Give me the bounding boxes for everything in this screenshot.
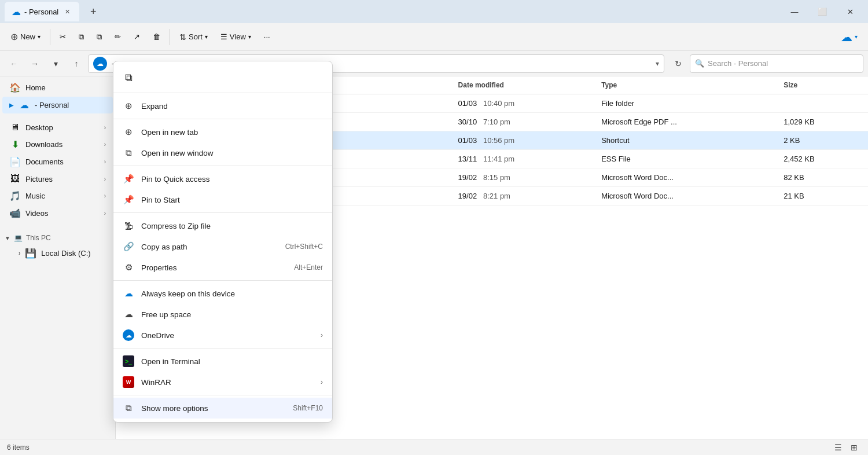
ctx-onedrive[interactable]: ☁ OneDrive ›	[113, 325, 332, 346]
context-menu: ⧉ ⊕ Expand ⊕ Open in new tab ⧉ Open in n…	[113, 61, 333, 423]
ctx-properties-label: Properties	[141, 263, 177, 272]
ctx-copy-path[interactable]: 🔗 Copy as path Ctrl+Shift+C	[113, 236, 332, 257]
ctx-pin-start-label: Pin to Start	[141, 196, 180, 204]
ctx-open-new-tab-label: Open in new tab	[141, 128, 198, 137]
ctx-show-more-shortcut: Shift+F10	[293, 404, 323, 412]
open-window-icon: ⧉	[123, 147, 134, 159]
ctx-pin-start[interactable]: 📌 Pin to Start	[113, 189, 332, 210]
ctx-show-more-label: Show more options	[141, 404, 208, 413]
open-tab-icon: ⊕	[123, 126, 134, 138]
context-menu-overlay[interactable]: ⧉ ⊕ Expand ⊕ Open in new tab ⧉ Open in n…	[0, 0, 868, 455]
ctx-winrar-label: WinRAR	[141, 378, 171, 387]
ctx-open-new-window-label: Open in new window	[141, 149, 214, 157]
ctx-pin-quick-access[interactable]: 📌 Pin to Quick access	[113, 168, 332, 189]
ctx-properties-shortcut: Alt+Enter	[294, 263, 323, 271]
ctx-open-new-window[interactable]: ⧉ Open in new window	[113, 142, 332, 163]
ctx-onedrive-label: OneDrive	[141, 331, 174, 340]
ctx-sep-1	[113, 119, 332, 119]
ctx-sep-3	[113, 212, 332, 213]
ctx-copy-icon-button[interactable]: ⧉	[118, 67, 139, 88]
properties-icon: ⚙	[123, 262, 134, 273]
copy-path-icon: 🔗	[123, 241, 134, 252]
onedrive-submenu-arrow: ›	[321, 331, 323, 339]
show-more-icon: ⧉	[123, 402, 134, 414]
ctx-always-keep-label: Always keep on this device	[141, 289, 235, 298]
ctx-open-new-tab[interactable]: ⊕ Open in new tab	[113, 122, 332, 142]
pin-start-icon: 📌	[123, 194, 134, 206]
ctx-compress-zip-label: Compress to Zip file	[141, 222, 211, 230]
ctx-copy-path-shortcut: Ctrl+Shift+C	[285, 243, 323, 251]
free-up-icon: ☁	[123, 309, 134, 320]
ctx-sep-2	[113, 166, 332, 166]
zip-icon: 🗜	[123, 220, 134, 232]
always-keep-icon: ☁	[123, 288, 134, 299]
ctx-properties[interactable]: ⚙ Properties Alt+Enter	[113, 257, 332, 278]
ctx-sep-4	[113, 280, 332, 281]
ctx-sep-5	[113, 348, 332, 348]
expand-icon: ⊕	[123, 100, 134, 112]
ctx-always-keep[interactable]: ☁ Always keep on this device	[113, 283, 332, 304]
onedrive-ctx-icon: ☁	[123, 329, 134, 341]
ctx-expand-label: Expand	[141, 102, 168, 111]
ctx-winrar[interactable]: W WinRAR ›	[113, 372, 332, 392]
ctx-compress-zip[interactable]: 🗜 Compress to Zip file	[113, 215, 332, 236]
terminal-icon: >_	[123, 355, 134, 367]
ctx-show-more[interactable]: ⧉ Show more options Shift+F10	[113, 398, 332, 419]
ctx-sep-6	[113, 395, 332, 395]
ctx-expand[interactable]: ⊕ Expand	[113, 96, 332, 116]
winrar-submenu-arrow: ›	[321, 378, 323, 386]
ctx-open-terminal[interactable]: >_ Open in Terminal	[113, 351, 332, 372]
ctx-pin-quick-label: Pin to Quick access	[141, 175, 210, 184]
ctx-free-up-space[interactable]: ☁ Free up space	[113, 304, 332, 325]
context-menu-top-icons: ⧉	[113, 65, 332, 93]
ctx-copy-path-label: Copy as path	[141, 243, 187, 251]
pin-quick-icon: 📌	[123, 173, 134, 185]
winrar-icon: W	[123, 376, 134, 388]
ctx-open-terminal-label: Open in Terminal	[141, 357, 200, 366]
ctx-free-up-label: Free up space	[141, 310, 191, 319]
